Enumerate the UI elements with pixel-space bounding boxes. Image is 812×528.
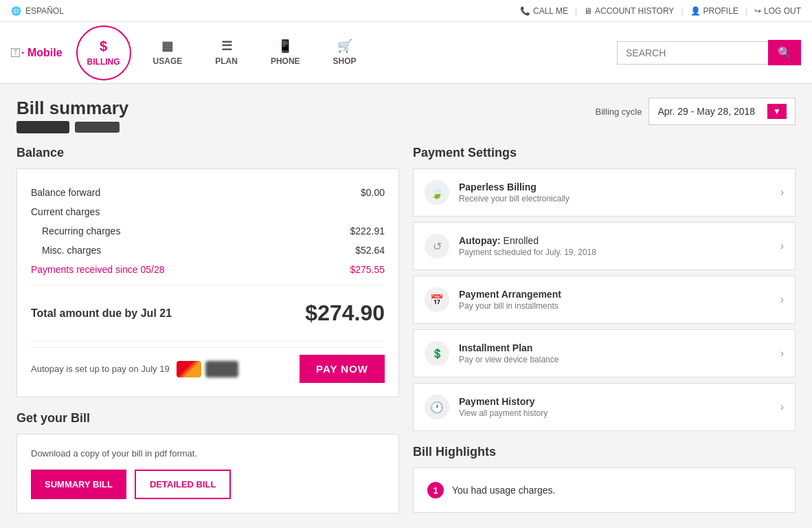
balance-section-title: Balance [16,146,399,160]
tab-phone[interactable]: 📱 PHONE [254,33,317,73]
misc-charges-row: Misc. charges $52.64 [31,241,385,260]
current-charges-row: Current charges [31,202,385,221]
paperless-billing-title: Paperless Billing [459,182,780,192]
tab-billing[interactable]: $ BILLING [76,25,131,80]
phone-icon: 📱 [278,38,293,54]
search-button[interactable]: 🔍 [768,40,801,65]
installment-title: Installment Plan [459,342,780,353]
paperless-billing-subtitle: Receive your bill electronically [459,194,780,204]
chevron-right-icon: › [780,186,784,199]
get-bill-section-title: Get your Bill [16,411,399,426]
chevron-down-icon: ▼ [767,104,787,119]
tab-shop[interactable]: 🛒 SHOP [317,33,373,73]
tmobile-logo: 🅃 · Mobile [11,47,63,59]
arrangement-title: Payment Arrangement [459,289,780,300]
divider: | [575,6,577,16]
chevron-right-icon2: › [780,240,784,252]
page-header: Bill summary Account # •••••• Billing cy… [16,98,796,132]
tab-usage-label: USAGE [153,56,183,66]
autopay-subtitle: Payment scheduled for July. 19, 2018 [459,248,780,257]
payment-item-paperless[interactable]: 🍃 Paperless Billing Receive your bill el… [413,168,796,217]
total-amount: $274.90 [305,300,385,326]
installment-content: Installment Plan Pay or view device bala… [459,342,780,364]
card-icons [177,361,238,377]
payments-received-row: Payments received since 05/28 $275.55 [31,260,385,279]
divider3: | [745,6,747,16]
page-title: Bill summary [16,98,128,119]
call-me-link[interactable]: 📞 CALL ME [520,6,568,16]
globe-icon: 🌐 [11,6,21,16]
calendar-icon: 📅 [425,287,449,312]
payment-item-arrangement[interactable]: 📅 Payment Arrangement Pay your bill in i… [413,276,796,324]
tab-plan[interactable]: ☰ PLAN [199,33,254,73]
bill-buttons: SUMMARY BILL DETAILED BILL [31,470,385,499]
billing-cycle-dropdown[interactable]: Apr. 29 - May 28, 2018 ▼ [649,98,796,125]
arrangement-content: Payment Arrangement Pay your bill in ins… [459,289,780,311]
chevron-right-icon3: › [780,294,784,306]
total-row: Total amount due by Jul 21 $274.90 [31,291,385,336]
misc-charges-value: $52.64 [355,245,385,256]
payment-item-history[interactable]: 🕐 Payment History View all payment histo… [413,383,796,431]
highlight-item-1: 1 You had usage charges. [427,482,781,498]
card-blurred-icon [205,361,238,377]
header: 🅃 · Mobile $ BILLING ▦ USAGE ☰ PLAN 📱 PH… [0,22,812,84]
balance-divider [31,285,385,285]
bill-highlights-card: 1 You had usage charges. [413,468,796,513]
logout-link[interactable]: ↪ LOG OUT [754,6,801,16]
phone-icon: 📞 [520,6,530,16]
account-number: Account # •••••• [16,122,128,132]
person-icon: 👤 [690,6,701,16]
payments-received-value: $275.55 [350,264,385,275]
shop-icon: 🛒 [337,38,352,54]
balance-forward-label: Balance forward [31,187,100,198]
dollar-circle-icon: 💲 [425,341,449,366]
total-label: Total amount due by Jul 21 [31,307,172,320]
right-column: Payment Settings 🍃 Paperless Billing Rec… [413,146,796,528]
top-bar-actions: 📞 CALL ME | 🖥 ACCOUNT HISTORY | 👤 PROFIL… [520,6,801,16]
misc-charges-label: Misc. charges [42,245,101,256]
recurring-charges-value: $222.91 [350,226,385,236]
divider2: | [681,6,683,16]
payment-settings-title: Payment Settings [413,146,796,160]
history-content: Payment History View all payment history [459,396,780,418]
tab-plan-label: PLAN [215,56,238,66]
autopay-text: Autopay is set up to pay on July 19 [31,364,170,374]
refresh-icon: ↺ [425,234,449,258]
account-history-link[interactable]: 🖥 ACCOUNT HISTORY [584,6,674,16]
payment-item-autopay[interactable]: ↺ Autopay: Enrolled Payment scheduled fo… [413,222,796,270]
tab-usage[interactable]: ▦ USAGE [137,33,199,73]
summary-bill-button[interactable]: SUMMARY BILL [31,470,126,499]
autopay-title: Autopay: Enrolled [459,235,780,246]
account-number-masked: •••••• [75,122,120,133]
get-bill-card: Download a copy of your bill in pdf form… [16,434,399,514]
balance-card: Balance forward $0.00 Current charges Re… [16,168,399,397]
language-label: ESPAÑOL [25,6,64,16]
clock-icon: 🕐 [425,395,449,419]
billing-cycle-label: Billing cycle [596,107,642,117]
current-charges-label: Current charges [31,206,100,217]
search-input[interactable] [617,41,768,65]
plan-icon: ☰ [221,38,232,54]
detailed-bill-button[interactable]: DETAILED BILL [135,470,232,499]
balance-divider2 [31,341,385,342]
profile-link[interactable]: 👤 PROFILE [690,6,738,16]
autopay-section: Autopay is set up to pay on July 19 PAY … [31,347,385,383]
paperless-billing-content: Paperless Billing Receive your bill elec… [459,182,780,204]
language-selector[interactable]: 🌐 ESPAÑOL [11,6,64,16]
page-title-section: Bill summary Account # •••••• [16,98,128,132]
payment-item-installment[interactable]: 💲 Installment Plan Pay or view device ba… [413,329,796,377]
get-bill-description: Download a copy of your bill in pdf form… [31,448,385,459]
recurring-charges-row: Recurring charges $222.91 [31,221,385,241]
chevron-right-icon5: › [780,401,784,413]
history-title: Payment History [459,396,780,407]
nav-tabs: $ BILLING ▦ USAGE ☰ PLAN 📱 PHONE 🛒 SHOP [76,25,617,80]
leaf-icon: 🍃 [425,180,449,205]
chevron-right-icon4: › [780,347,784,360]
main-content: Bill summary Account # •••••• Billing cy… [0,84,812,528]
recurring-charges-label: Recurring charges [42,226,120,236]
pay-now-button[interactable]: PAY NOW [300,355,385,383]
logout-icon: ↪ [754,6,761,16]
arrangement-subtitle: Pay your bill in installments [459,301,780,311]
autopay-info: Autopay is set up to pay on July 19 [31,361,238,377]
balance-forward-value: $0.00 [361,187,385,198]
